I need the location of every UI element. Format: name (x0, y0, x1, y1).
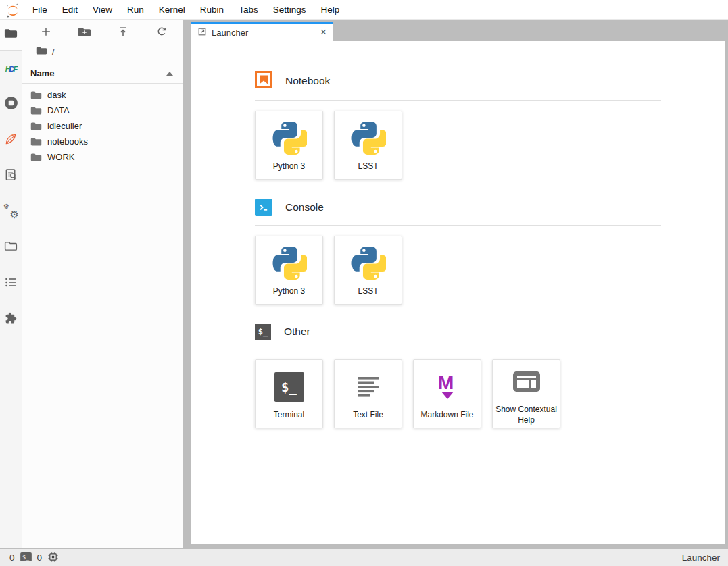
new-folder-button[interactable] (76, 23, 93, 41)
launcher-card-markdown-file[interactable]: M Markdown File (413, 359, 481, 428)
tab-launcher[interactable]: Launcher × (191, 22, 333, 41)
sidebar-tab-table-of-contents[interactable] (0, 265, 22, 301)
sidebar-tab-gears[interactable]: ⚙⚙ (0, 194, 22, 230)
python-logo-icon (351, 119, 386, 158)
sidebar-tab-hdf5[interactable]: HDF (0, 51, 22, 86)
launcher-section-notebook: Notebook Python 3 (255, 71, 661, 180)
menu-view[interactable]: View (85, 2, 120, 18)
card-row: $_ Terminal (255, 359, 661, 428)
section-header: Console (255, 199, 661, 216)
extension-manager-icon (4, 311, 18, 328)
card-label: Markdown File (418, 410, 476, 421)
close-icon[interactable]: × (320, 27, 326, 38)
notebook-icon (255, 71, 272, 91)
launcher-section-console: Console Python 3 (255, 199, 661, 305)
breadcrumb-path: / (52, 47, 55, 57)
card-label: Text File (350, 410, 386, 421)
section-header: Notebook (255, 71, 661, 91)
sidebar-tab-inspector[interactable] (0, 158, 22, 194)
markdown-icon: M (433, 367, 462, 407)
table-of-contents-icon (4, 276, 18, 292)
launcher-section-other: $_ Other $_ Terminal (255, 324, 661, 428)
jupyter-logo-icon (0, 1, 25, 18)
breadcrumb[interactable]: / (22, 44, 183, 63)
hdf5-icon: HDF (5, 65, 17, 73)
folder-name: WORK (47, 152, 74, 162)
folder-name: DATA (47, 105, 70, 115)
sidebar-tab-file-browser[interactable] (0, 20, 22, 51)
section-divider (255, 349, 661, 349)
leaf-icon (4, 132, 18, 149)
status-bar: 0 $_ 0 Launcher (0, 548, 728, 566)
folder-name: notebooks (47, 136, 88, 147)
menu-kernel[interactable]: Kernel (151, 2, 193, 18)
menu-edit[interactable]: Edit (55, 2, 85, 18)
svg-text:$_: $_ (22, 553, 29, 560)
launcher-card-console-lsst[interactable]: LSST (334, 236, 402, 305)
sort-ascending-icon (166, 72, 173, 76)
launcher-card-contextual-help[interactable]: Show Contextual Help (492, 359, 560, 428)
folder-row[interactable]: idleculler (22, 118, 183, 134)
menu-run[interactable]: Run (120, 2, 151, 18)
kernel-chip-icon (47, 551, 59, 565)
inspector-icon (4, 168, 18, 184)
card-label: Python 3 (270, 161, 308, 172)
file-browser-toolbar (22, 20, 183, 44)
folder-row[interactable]: notebooks (22, 134, 183, 149)
python-logo-icon (272, 244, 307, 283)
folder-outline-icon (4, 240, 18, 255)
card-row: Python 3 LSST (255, 236, 661, 305)
terminal-icon: $_ (274, 367, 304, 407)
sidebar-tab-folder-outline[interactable] (0, 230, 22, 265)
folder-row[interactable]: dask (22, 87, 183, 103)
menu-file[interactable]: File (25, 2, 55, 18)
file-list-header[interactable]: Name (22, 63, 183, 84)
sidebar-tab-extension-manager[interactable] (0, 301, 22, 337)
new-launcher-button[interactable] (37, 23, 55, 41)
running-sessions-icon (4, 96, 18, 113)
card-label: Show Contextual Help (493, 405, 560, 426)
kernels-count: 0 (37, 552, 43, 563)
folder-row[interactable]: WORK (22, 149, 183, 165)
launcher-card-console-python3[interactable]: Python 3 (255, 236, 323, 305)
dock-panel: Launcher × Notebook (183, 20, 728, 548)
card-label: LSST (355, 286, 381, 297)
tab-label: Launcher (212, 28, 248, 38)
sidebar-tab-running-sessions[interactable] (0, 86, 22, 122)
menu-rubin[interactable]: Rubin (193, 2, 231, 18)
card-label: Python 3 (270, 286, 308, 297)
home-folder-icon (36, 46, 47, 57)
section-title: Notebook (285, 75, 330, 87)
card-label: Terminal (271, 410, 307, 421)
launcher-card-terminal[interactable]: $_ Terminal (255, 359, 323, 428)
card-row: Python 3 LSST (255, 111, 661, 180)
menu-help[interactable]: Help (313, 2, 347, 18)
terminal-icon: $_ (255, 324, 271, 340)
launcher-card-notebook-lsst[interactable]: LSST (334, 111, 402, 180)
launcher-panel: Notebook Python 3 (191, 41, 725, 544)
upload-button[interactable] (114, 23, 132, 41)
name-column-header: Name (30, 68, 54, 78)
refresh-button[interactable] (153, 23, 170, 41)
section-title: Console (285, 201, 324, 213)
menu-bar: File Edit View Run Kernel Rubin Tabs Set… (0, 0, 728, 20)
launcher-card-text-file[interactable]: Text File (334, 359, 402, 428)
launcher-card-notebook-python3[interactable]: Python 3 (255, 111, 323, 180)
running-sessions-status[interactable]: 0 $_ 0 (9, 551, 59, 565)
context-label: Launcher (682, 552, 720, 563)
folder-row[interactable]: DATA (22, 103, 183, 118)
section-divider (255, 225, 661, 226)
menu-settings[interactable]: Settings (266, 2, 314, 18)
card-label: LSST (355, 161, 381, 172)
launcher-icon (197, 27, 207, 38)
python-logo-icon (351, 244, 386, 283)
menu-tabs[interactable]: Tabs (231, 2, 266, 18)
left-sidebar: HDF (0, 20, 22, 548)
terminals-count: 0 (9, 552, 15, 563)
file-list: dask DATA idleculler notebooks WORK (22, 84, 183, 165)
console-icon (255, 199, 272, 216)
sidebar-tab-leaf[interactable] (0, 122, 22, 158)
folder-name: dask (47, 90, 66, 100)
folder-name: idleculler (47, 121, 82, 131)
section-header: $_ Other (255, 324, 661, 340)
